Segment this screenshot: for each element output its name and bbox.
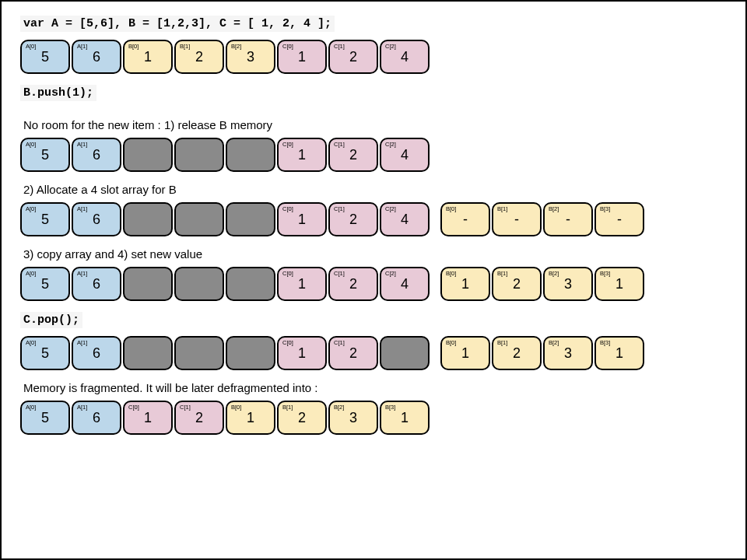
cell-index-label: B[0] [446, 339, 456, 346]
memory-cell [123, 336, 173, 370]
cell-value: 4 [401, 147, 409, 163]
cell-index-label: B[2] [334, 404, 344, 411]
memory-cell [123, 202, 173, 236]
cell-index-label: A[1] [77, 141, 87, 148]
cell-value: 6 [93, 49, 100, 65]
memory-cell: B[2]3 [543, 336, 593, 370]
memory-cell: A[0]5 [20, 40, 70, 74]
memory-cell: C[1]2 [328, 138, 378, 172]
cell-value: 5 [41, 345, 49, 362]
cell-value: 2 [349, 212, 357, 228]
cell-value: 3 [349, 410, 357, 426]
cell-value: 1 [144, 410, 152, 426]
cell-index-label: B[1] [497, 270, 507, 277]
cell-value: 5 [41, 276, 49, 292]
cell-value: 3 [247, 49, 254, 65]
cell-value: - [617, 212, 622, 228]
cell-value: 1 [298, 212, 306, 228]
cell-value: 2 [513, 276, 521, 292]
cell-index-label: B[0] [446, 205, 456, 212]
cell-index-label: A[0] [26, 339, 36, 346]
memory-row-1: A[0]5A[1]6B[0]1B[1]2B[2]3C[0]1C[1]2C[2]4 [20, 40, 727, 74]
cell-index-label: B[1] [497, 339, 507, 346]
cell-index-label: C[0] [282, 270, 293, 277]
cell-index-label: C[0] [282, 205, 293, 212]
cell-value: 2 [349, 147, 357, 163]
memory-cell: C[2]4 [380, 138, 430, 172]
cell-value: 2 [349, 276, 357, 292]
memory-cell [380, 336, 430, 370]
memory-cell: B[1]2 [277, 401, 327, 435]
memory-cell: B[0]1 [440, 336, 490, 370]
cell-index-label: C[2] [385, 141, 396, 148]
memory-cell: C[1]2 [328, 267, 378, 301]
cell-index-label: B[3] [600, 270, 610, 277]
memory-cell: B[2]- [543, 202, 593, 236]
cell-value: 1 [298, 345, 306, 362]
cell-index-label: B[2] [549, 270, 559, 277]
memory-cell: B[1]- [492, 202, 542, 236]
memory-cell [226, 202, 275, 236]
memory-cell: B[3]1 [380, 401, 430, 435]
code-line-1: var A = [5,6], B = [1,2,3], C = [ 1, 2, … [20, 16, 335, 32]
cell-index-label: B[3] [600, 339, 610, 346]
cell-index-label: B[2] [549, 339, 559, 346]
memory-cell [174, 138, 224, 172]
memory-cell [226, 267, 275, 301]
cell-index-label: C[2] [385, 270, 396, 277]
memory-row-3: A[0]5A[1]6C[0]1C[1]2C[2]4B[0]-B[1]-B[2]-… [20, 202, 727, 236]
memory-cell: C[0]1 [277, 138, 327, 172]
memory-cell: B[0]1 [226, 401, 275, 435]
cell-value: 4 [401, 49, 409, 65]
memory-cell: C[2]4 [380, 202, 430, 236]
cell-index-label: A[1] [77, 339, 87, 346]
cell-value: 1 [298, 147, 306, 163]
cell-value: 1 [461, 345, 469, 362]
cell-value: 1 [298, 276, 306, 292]
memory-cell: A[0]5 [20, 267, 70, 301]
memory-row-4: A[0]5A[1]6C[0]1C[1]2C[2]4B[0]1B[1]2B[2]3… [20, 267, 727, 301]
cell-index-label: B[2] [231, 43, 241, 50]
caption-3: 3) copy array and 4) set new value [23, 247, 727, 261]
cell-index-label: A[0] [26, 404, 36, 411]
cell-index-label: C[0] [128, 404, 139, 411]
cell-value: 2 [349, 49, 357, 65]
memory-cell: B[1]2 [492, 267, 542, 301]
cell-index-label: C[1] [334, 270, 345, 277]
cell-index-label: B[0] [128, 43, 139, 50]
cell-value: 2 [195, 410, 203, 426]
cell-index-label: B[3] [600, 205, 610, 212]
memory-cell: C[0]1 [277, 40, 327, 74]
cell-index-label: B[1] [282, 404, 293, 411]
cell-index-label: A[1] [77, 404, 87, 411]
cell-value: 6 [93, 212, 100, 228]
cell-value: - [514, 212, 519, 228]
memory-cell: C[0]1 [123, 401, 173, 435]
cell-value: 2 [513, 345, 521, 362]
memory-cell: B[0]1 [440, 267, 490, 301]
cell-index-label: C[0] [282, 43, 293, 50]
cell-index-label: A[1] [77, 43, 87, 50]
cell-index-label: C[1] [334, 141, 345, 148]
cell-value: 2 [195, 49, 203, 65]
cell-value: 5 [41, 49, 49, 65]
cell-index-label: A[1] [77, 205, 87, 212]
memory-cell: C[1]2 [174, 401, 224, 435]
cell-value: 5 [41, 410, 49, 426]
cell-index-label: B[3] [385, 404, 395, 411]
code-line-3: C.pop(); [20, 312, 82, 328]
code-line-2: B.push(1); [20, 85, 96, 101]
memory-cell: C[0]1 [277, 202, 327, 236]
memory-cell: A[1]6 [72, 267, 121, 301]
cell-index-label: C[1] [334, 205, 345, 212]
cell-value: 1 [247, 410, 254, 426]
cell-value: - [566, 212, 570, 228]
memory-cell: A[1]6 [72, 138, 121, 172]
memory-cell: A[0]5 [20, 138, 70, 172]
cell-value: 1 [615, 345, 623, 362]
cell-index-label: A[0] [26, 141, 36, 148]
memory-row-5: A[0]5A[1]6C[0]1C[1]2B[0]1B[1]2B[2]3B[3]1 [20, 336, 727, 370]
caption-2: 2) Allocate a 4 slot array for B [23, 183, 727, 196]
memory-cell: A[0]5 [20, 401, 70, 435]
memory-cell: B[1]2 [174, 40, 224, 74]
